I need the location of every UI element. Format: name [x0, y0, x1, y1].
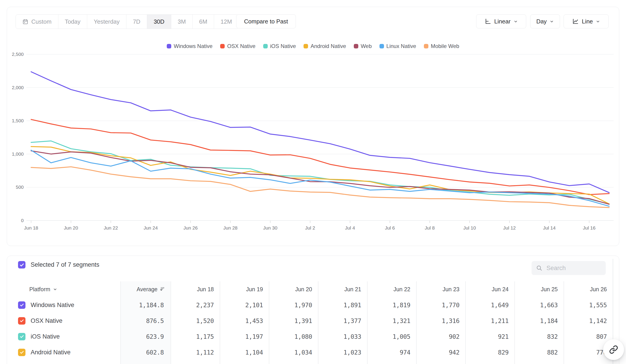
- table-header-row: Platform Average Jun 18Jun 19Jun 20Jun 2…: [7, 281, 619, 297]
- legend-item-windows-native[interactable]: Windows Native: [167, 43, 212, 49]
- legend-swatch: [424, 44, 428, 48]
- value-cell: 1,520: [171, 317, 220, 324]
- chart-legend: Windows NativeOSX NativeiOS NativeAndroi…: [7, 43, 619, 49]
- value-cell: 1,321: [367, 317, 416, 324]
- date-column-header[interactable]: Jun 20: [269, 286, 318, 292]
- value-cell: 829: [465, 349, 514, 356]
- platform-cell: iOS Native: [7, 333, 120, 340]
- segment-checkbox[interactable]: [18, 317, 26, 325]
- date-column-header[interactable]: Jun 26: [564, 286, 613, 292]
- chart-type-dropdown[interactable]: Line: [564, 14, 609, 28]
- value-cell: 2,101: [220, 302, 269, 309]
- table-row-osx-native[interactable]: OSX Native876.51,5201,4531,3911,3771,321…: [7, 313, 619, 329]
- svg-text:Jul 10: Jul 10: [463, 225, 476, 230]
- share-link-button[interactable]: [603, 339, 624, 360]
- date-column-header[interactable]: Jun 18: [171, 286, 220, 292]
- legend-swatch: [167, 44, 171, 48]
- range-button-today[interactable]: Today: [58, 15, 87, 29]
- segment-search: [532, 261, 606, 275]
- legend-item-osx-native[interactable]: OSX Native: [220, 43, 255, 49]
- svg-text:Jul 12: Jul 12: [503, 225, 516, 230]
- segment-checkbox[interactable]: [18, 349, 26, 356]
- legend-item-web[interactable]: Web: [354, 43, 372, 49]
- segment-checkbox[interactable]: [18, 333, 26, 340]
- svg-text:500: 500: [16, 184, 24, 190]
- chevron-down-icon: [596, 19, 600, 24]
- legend-item-mobile-web[interactable]: Mobile Web: [424, 43, 459, 49]
- table-row-android-native[interactable]: Android Native602.81,1121,1041,0341,0239…: [7, 344, 619, 360]
- chevron-down-icon: [549, 19, 554, 24]
- check-icon: [19, 318, 24, 323]
- value-cell: 942: [416, 349, 465, 356]
- range-button-12m[interactable]: 12M: [214, 15, 239, 29]
- platform-label: OSX Native: [31, 317, 62, 324]
- range-button-30d[interactable]: 30D: [147, 15, 171, 29]
- legend-swatch: [263, 44, 268, 48]
- value-cell: 1,377: [318, 317, 367, 324]
- svg-text:Jun 22: Jun 22: [104, 225, 118, 230]
- linear-axis-icon: [484, 18, 491, 25]
- legend-swatch: [380, 44, 384, 48]
- calendar-icon: [22, 19, 28, 25]
- interval-dropdown[interactable]: Day: [530, 14, 560, 28]
- svg-text:Jul 2: Jul 2: [305, 225, 315, 230]
- select-all-checkbox[interactable]: [18, 261, 26, 268]
- value-cell: 1,770: [416, 302, 465, 309]
- table-row-windows-native[interactable]: Windows Native1,184.82,2372,1011,9701,89…: [7, 297, 619, 313]
- range-button-yesterday[interactable]: Yesterday: [87, 15, 126, 29]
- svg-text:2,500: 2,500: [12, 52, 24, 57]
- legend-item-android-native[interactable]: Android Native: [304, 43, 346, 49]
- range-button-6m[interactable]: 6M: [193, 15, 214, 29]
- table-row-ios-native[interactable]: iOS Native623.91,1751,1971,0801,0331,005…: [7, 329, 619, 344]
- value-cell: 1,005: [367, 333, 416, 340]
- range-button-7d[interactable]: 7D: [126, 15, 147, 29]
- date-column-header[interactable]: Jun 24: [465, 286, 514, 292]
- value-cell: 1,555: [564, 302, 613, 309]
- line-chart-card: CustomTodayYesterday7D30D3M6M12M Compare…: [7, 7, 619, 246]
- average-cell: 602.8: [120, 349, 171, 356]
- search-input[interactable]: [546, 264, 601, 272]
- svg-text:Jun 18: Jun 18: [24, 225, 38, 230]
- value-cell: 1,970: [269, 302, 318, 309]
- average-column-header[interactable]: Average: [120, 286, 171, 292]
- link-icon: [609, 345, 618, 354]
- series-line-windows-native: [31, 72, 609, 193]
- compare-to-past-button[interactable]: Compare to Past: [236, 14, 296, 28]
- range-button-3m[interactable]: 3M: [171, 15, 193, 29]
- svg-text:0: 0: [21, 218, 24, 223]
- value-cell: 1,819: [367, 302, 416, 309]
- average-cell: 623.9: [120, 333, 171, 340]
- date-column-header[interactable]: Jun 19: [220, 286, 269, 292]
- platform-column-header[interactable]: Platform: [7, 286, 120, 292]
- btn-linear-label: Linear: [494, 18, 510, 25]
- value-cell: 1,033: [318, 333, 367, 340]
- platform-cell: OSX Native: [7, 317, 120, 325]
- svg-text:Jul 16: Jul 16: [583, 225, 596, 230]
- series-line-web: [31, 151, 609, 204]
- range-button-label: Custom: [31, 18, 52, 25]
- date-range-selector: CustomTodayYesterday7D30D3M6M12M: [16, 14, 239, 29]
- range-button-custom[interactable]: Custom: [16, 15, 58, 29]
- legend-swatch: [220, 44, 225, 48]
- date-column-header[interactable]: Jun 22: [367, 286, 416, 292]
- scale-dropdown[interactable]: Linear: [476, 14, 526, 28]
- value-cell: 1,112: [171, 349, 220, 356]
- segment-checkbox[interactable]: [18, 301, 26, 309]
- date-column-header[interactable]: Jun 25: [514, 286, 564, 292]
- svg-text:2,000: 2,000: [12, 85, 24, 90]
- platform-label: Android Native: [31, 349, 71, 356]
- date-column-header[interactable]: Jun 21: [318, 286, 367, 292]
- check-icon: [19, 334, 24, 339]
- legend-item-linux-native[interactable]: Linux Native: [380, 43, 416, 49]
- average-header-label: Average: [137, 286, 157, 292]
- check-icon: [19, 302, 24, 307]
- line-chart-icon: [572, 18, 579, 25]
- value-cell: 1,649: [465, 302, 514, 309]
- svg-text:Jul 14: Jul 14: [543, 225, 556, 230]
- value-cell: 1,142: [564, 317, 613, 324]
- date-column-header[interactable]: Jun 23: [416, 286, 465, 292]
- series-line-linux-native: [31, 150, 609, 206]
- check-icon: [19, 262, 25, 268]
- svg-text:Jul 8: Jul 8: [425, 225, 435, 230]
- legend-item-ios-native[interactable]: iOS Native: [263, 43, 296, 49]
